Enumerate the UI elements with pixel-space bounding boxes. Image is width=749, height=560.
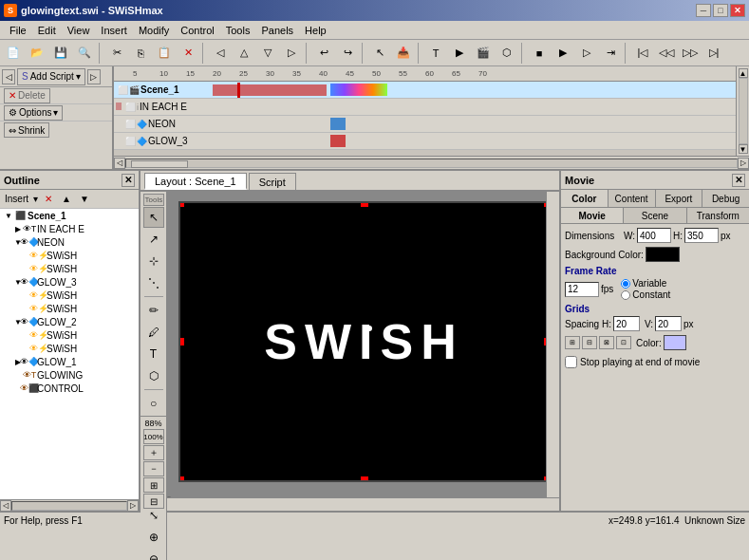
- outline-hscroll[interactable]: ◁ ▷: [0, 499, 139, 511]
- outline-down-btn[interactable]: ▼: [76, 192, 93, 207]
- menu-insert[interactable]: Insert: [95, 23, 133, 38]
- hscroll-right[interactable]: ▷: [738, 158, 749, 169]
- tool-opt2[interactable]: ⊕: [143, 527, 164, 548]
- skip-btn[interactable]: ⇥: [599, 43, 622, 64]
- track-ineach[interactable]: ⬜ i IN EACH E: [114, 99, 736, 116]
- outline-up-btn[interactable]: ▲: [58, 192, 75, 207]
- tl-nav-next[interactable]: ▷: [87, 69, 101, 84]
- tool-motion[interactable]: ⬡: [143, 365, 164, 386]
- tab-color[interactable]: Color: [561, 190, 609, 207]
- handle-bl[interactable]: [178, 476, 184, 482]
- tree-item-swish2[interactable]: 👁⚡ SWiSH: [0, 262, 139, 275]
- subtab-transform[interactable]: Transform: [687, 208, 749, 223]
- track-glow3[interactable]: ⬜ 🔷 GLOW_3: [114, 133, 736, 150]
- tree-item-glow1[interactable]: ▶ 👁🔷 GLOW_1: [0, 355, 139, 368]
- framerate-input[interactable]: [565, 282, 599, 297]
- tree-item-swish1[interactable]: 👁⚡ SWiSH: [0, 249, 139, 262]
- search-btn[interactable]: 🔍: [73, 43, 96, 64]
- tool-oval[interactable]: ○: [143, 393, 164, 414]
- stop-btn[interactable]: ■: [528, 43, 551, 64]
- spacing-v-input[interactable]: [655, 316, 682, 331]
- tl-nav-prev[interactable]: ◁: [2, 69, 15, 84]
- tool-pencil[interactable]: ✏: [143, 300, 164, 321]
- tl-scroll-up[interactable]: ▲: [739, 68, 748, 78]
- options-button[interactable]: ⚙ Options ▾: [4, 105, 63, 121]
- movie-close-btn[interactable]: ✕: [732, 174, 745, 187]
- paste-btn[interactable]: 📋: [153, 43, 176, 64]
- tl-scroll-down[interactable]: ▼: [739, 144, 748, 154]
- maximize-button[interactable]: □: [713, 4, 728, 17]
- tree-item-control[interactable]: 👁⬛ CONTROL: [0, 382, 139, 395]
- tree-item-glow3[interactable]: ▼ 👁🔷 GLOW_3: [0, 275, 139, 289]
- open-btn[interactable]: 📂: [26, 43, 48, 64]
- arrow-right-btn[interactable]: ▷: [280, 43, 303, 64]
- tree-item-swish3[interactable]: 👁⚡ SWiSH: [0, 289, 139, 302]
- outline-scroll-right[interactable]: ▷: [127, 500, 139, 512]
- timeline-vscroll[interactable]: ▲ ▼: [736, 66, 749, 156]
- tab-layout[interactable]: Layout : Scene_1: [144, 173, 247, 190]
- delete-button[interactable]: ✕ Delete: [4, 88, 50, 103]
- hscroll-left[interactable]: ◁: [114, 158, 125, 169]
- track-neon[interactable]: ⬜ 🔷 NEON: [114, 116, 736, 133]
- tree-item-swish4[interactable]: 👁⚡ SWiSH: [0, 302, 139, 315]
- anim-btn[interactable]: ▶: [448, 43, 471, 64]
- tool-pen[interactable]: 🖊: [143, 322, 164, 343]
- tree-item-scene1[interactable]: ▼ ⬛ Scene_1: [0, 209, 139, 222]
- menu-file[interactable]: File: [4, 23, 32, 38]
- minimize-button[interactable]: ─: [696, 4, 711, 17]
- tool-distort[interactable]: ⋱: [143, 272, 164, 293]
- tree-item-swish5[interactable]: 👁⚡ SWiSH: [0, 328, 139, 342]
- variable-radio[interactable]: [621, 279, 630, 289]
- cut-btn[interactable]: ✂: [105, 43, 128, 64]
- last-btn[interactable]: ▷|: [702, 43, 725, 64]
- undo-btn[interactable]: ↩: [312, 43, 335, 64]
- zoom-100-btn[interactable]: 100%: [143, 429, 164, 444]
- arrow-up-btn[interactable]: △: [233, 43, 255, 64]
- menu-tools[interactable]: Tools: [220, 23, 256, 38]
- tab-script[interactable]: Script: [249, 173, 296, 190]
- handle-ml[interactable]: [178, 338, 184, 345]
- delete-btn[interactable]: ✕: [177, 43, 199, 64]
- subtab-movie[interactable]: Movie: [561, 208, 624, 223]
- zoom-out-btn[interactable]: －: [143, 461, 164, 476]
- tree-item-ineach[interactable]: ▶ 👁T IN EACH E: [0, 222, 139, 235]
- tool-transform[interactable]: ⊹: [143, 251, 164, 271]
- grid-icon4[interactable]: ⊡: [616, 336, 631, 349]
- canvas-vscroll[interactable]: [546, 192, 559, 497]
- tool-text[interactable]: T: [143, 344, 164, 364]
- subtab-scene[interactable]: Scene: [624, 208, 686, 223]
- grid-icon1[interactable]: ⊞: [565, 336, 580, 349]
- arrow-left-btn[interactable]: ◁: [209, 43, 232, 64]
- text-btn[interactable]: T: [424, 43, 447, 64]
- shrink-button[interactable]: ⇔ Shrink: [4, 122, 49, 138]
- play2-btn[interactable]: ▷: [575, 43, 598, 64]
- menu-view[interactable]: View: [62, 23, 96, 38]
- timeline-hscroll[interactable]: ◁ ▷: [114, 156, 749, 169]
- tab-content[interactable]: Content: [609, 190, 656, 207]
- next-btn[interactable]: ▷▷: [679, 43, 702, 64]
- play-btn[interactable]: ▶: [552, 43, 574, 64]
- movie-btn[interactable]: 🎬: [472, 43, 495, 64]
- insert-btn[interactable]: 📥: [392, 43, 415, 64]
- tool-subselect[interactable]: ↗: [143, 229, 164, 250]
- height-input[interactable]: [684, 228, 719, 243]
- redo-btn[interactable]: ↪: [336, 43, 359, 64]
- new-btn[interactable]: 📄: [2, 43, 25, 64]
- menu-edit[interactable]: Edit: [32, 23, 62, 38]
- constant-radio[interactable]: [621, 290, 630, 300]
- tree-item-neon[interactable]: ▼ 👁🔷 NEON: [0, 235, 139, 249]
- zoom-in-btn[interactable]: ＋: [143, 445, 164, 460]
- pointer-btn[interactable]: ↖: [368, 43, 391, 64]
- menu-help[interactable]: Help: [299, 23, 332, 38]
- tree-item-swish6[interactable]: 👁⚡ SWiSH: [0, 342, 139, 355]
- handle-tm[interactable]: [361, 201, 368, 207]
- grid-color-swatch[interactable]: [664, 335, 686, 350]
- bgcolor-swatch[interactable]: [646, 247, 680, 262]
- handle-bm[interactable]: [361, 476, 368, 482]
- track-scene1[interactable]: ⬜ 🎬 Scene_1: [114, 82, 736, 99]
- canvas-hscroll[interactable]: [167, 497, 559, 511]
- tab-debug[interactable]: Debug: [702, 190, 749, 207]
- zoom-fit-btn[interactable]: ⊞: [143, 477, 164, 493]
- prev-btn[interactable]: ◁◁: [655, 43, 678, 64]
- tree-item-glowing[interactable]: 👁T GLOWING: [0, 368, 139, 382]
